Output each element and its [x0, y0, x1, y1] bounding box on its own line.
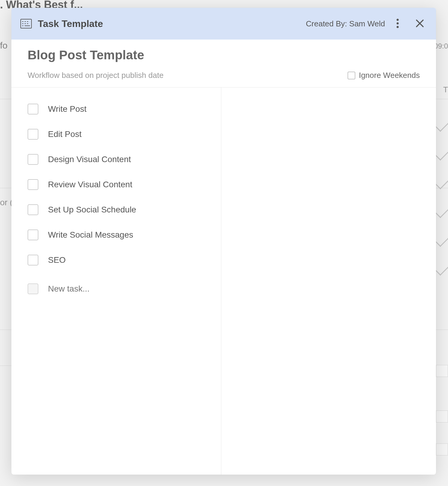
- task-label: Review Visual Content: [48, 180, 132, 189]
- more-vertical-icon: [396, 19, 399, 29]
- task-label: Set Up Social Schedule: [48, 205, 136, 215]
- more-options-button[interactable]: [394, 16, 401, 31]
- task-checkbox[interactable]: [28, 154, 38, 165]
- task-item[interactable]: SEO: [28, 247, 205, 273]
- task-item[interactable]: Review Visual Content: [28, 172, 205, 197]
- task-item[interactable]: Write Social Messages: [28, 222, 205, 247]
- svg-point-9: [397, 19, 399, 21]
- task-label: Design Visual Content: [48, 155, 131, 164]
- task-list: Write Post Edit Post Design Visual Conte…: [11, 87, 221, 475]
- workflow-description: Workflow based on project publish date: [28, 71, 163, 80]
- task-checkbox[interactable]: [28, 230, 38, 240]
- task-item[interactable]: Edit Post: [28, 122, 205, 147]
- svg-point-10: [397, 22, 399, 24]
- ignore-weekends-label: Ignore Weekends: [359, 71, 420, 80]
- modal-header: Task Template Created By: Sam Weld: [11, 8, 436, 40]
- task-template-modal: Task Template Created By: Sam Weld: [11, 8, 436, 475]
- ignore-weekends-toggle[interactable]: Ignore Weekends: [348, 71, 420, 80]
- task-checkbox[interactable]: [28, 104, 38, 114]
- ignore-weekends-checkbox[interactable]: [348, 72, 355, 79]
- task-label: Write Post: [48, 104, 87, 114]
- modal-subheader: Blog Post Template Workflow based on pro…: [11, 40, 436, 87]
- new-task-row[interactable]: [28, 273, 205, 301]
- created-by-label: Created By: Sam Weld: [306, 19, 385, 28]
- task-detail-panel: [221, 87, 436, 475]
- close-icon: [416, 19, 424, 28]
- task-label: SEO: [48, 255, 66, 265]
- task-item[interactable]: Set Up Social Schedule: [28, 197, 205, 222]
- task-checkbox[interactable]: [28, 179, 38, 190]
- task-label: Edit Post: [48, 129, 82, 139]
- modal-body: Write Post Edit Post Design Visual Conte…: [11, 87, 436, 475]
- template-name: Blog Post Template: [28, 48, 420, 62]
- new-task-checkbox: [28, 283, 38, 294]
- task-checkbox[interactable]: [28, 129, 38, 140]
- task-item[interactable]: Design Visual Content: [28, 147, 205, 172]
- svg-point-11: [397, 26, 399, 28]
- task-item[interactable]: Write Post: [28, 96, 205, 122]
- modal-title: Task Template: [38, 18, 306, 29]
- task-checkbox[interactable]: [28, 255, 38, 265]
- task-label: Write Social Messages: [48, 230, 133, 240]
- new-task-input[interactable]: [48, 284, 205, 294]
- task-checkbox[interactable]: [28, 204, 38, 215]
- close-button[interactable]: [413, 17, 426, 31]
- template-icon: [20, 19, 32, 28]
